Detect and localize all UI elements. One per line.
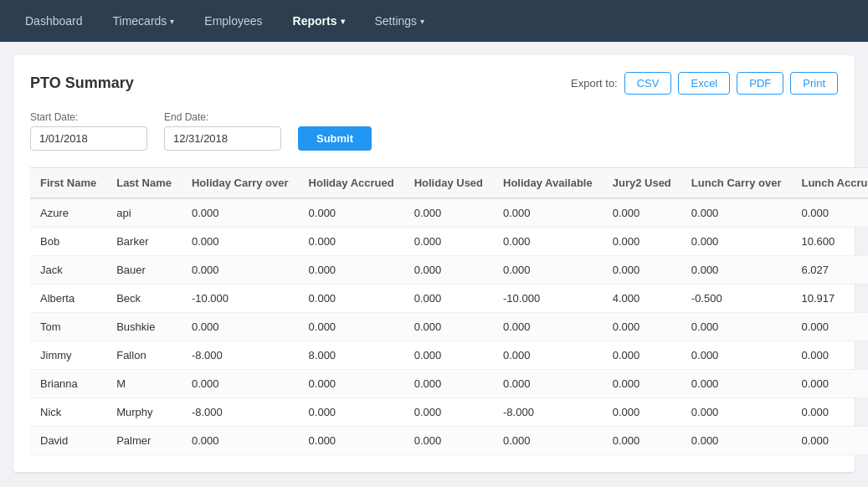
data-cell: 0.000	[603, 228, 681, 256]
data-cell: 0.000	[404, 370, 493, 398]
export-label: Export to:	[571, 77, 618, 90]
col-header-lunch-carry-over: Lunch Carry over	[681, 168, 792, 199]
data-cell: -8.000	[182, 341, 299, 370]
data-cell: 6.027	[791, 256, 868, 285]
last-name-cell[interactable]: Palmer	[106, 427, 182, 455]
page-title: PTO Summary	[30, 74, 134, 92]
nav-item-dashboard[interactable]: Dashboard	[13, 8, 95, 34]
start-date-label: Start Date:	[30, 111, 147, 123]
data-cell: 0.000	[493, 256, 603, 285]
end-date-input[interactable]	[164, 126, 281, 151]
last-name-cell[interactable]: M	[106, 370, 182, 398]
navbar: DashboardTimecards▾EmployeesReports▾Sett…	[0, 0, 868, 42]
data-cell: 0.000	[791, 398, 868, 427]
data-cell: 0.000	[681, 198, 792, 228]
table-row: BobBarker0.0000.0000.0000.0000.0000.0001…	[30, 228, 868, 256]
last-name-cell[interactable]: Bauer	[106, 256, 182, 285]
nav-item-reports[interactable]: Reports▾	[281, 8, 357, 34]
data-cell: 0.000	[603, 370, 681, 398]
data-cell: 0.000	[299, 228, 404, 256]
col-header-holiday-carry-over: Holiday Carry over	[182, 168, 299, 199]
data-cell: 0.000	[603, 398, 681, 427]
data-cell: 0.000	[299, 285, 404, 313]
col-header-last-name: Last Name	[106, 168, 182, 199]
nav-item-settings[interactable]: Settings▾	[363, 8, 437, 34]
data-cell: 0.000	[493, 198, 603, 228]
data-cell: 0.000	[493, 228, 603, 256]
last-name-cell[interactable]: api	[106, 198, 182, 228]
data-cell: 0.000	[681, 228, 792, 256]
export-print-button[interactable]: Print	[790, 72, 838, 95]
data-cell: 0.000	[299, 256, 404, 285]
table-row: TomBushkie0.0000.0000.0000.0000.0000.000…	[30, 313, 868, 341]
data-cell: 0.000	[681, 341, 792, 370]
data-cell: -0.500	[681, 285, 792, 313]
table-row: BriannaM0.0000.0000.0000.0000.0000.0000.…	[30, 370, 868, 398]
first-name-cell[interactable]: Tom	[30, 313, 106, 341]
nav-item-employees[interactable]: Employees	[193, 8, 274, 34]
data-cell: 0.000	[182, 370, 299, 398]
table-body: Azureapi0.0000.0000.0000.0000.0000.0000.…	[30, 198, 868, 455]
data-cell: 0.000	[299, 370, 404, 398]
export-row: Export to: CSVExcelPDFPrint	[571, 72, 838, 95]
data-cell: 0.000	[681, 427, 792, 455]
data-cell: 0.000	[493, 341, 603, 370]
export-pdf-button[interactable]: PDF	[737, 72, 783, 95]
table-row: DavidPalmer0.0000.0000.0000.0000.0000.00…	[30, 427, 868, 455]
col-header-holiday-accrued: Holiday Accrued	[299, 168, 404, 199]
data-cell: -8.000	[493, 398, 603, 427]
end-date-field: End Date:	[164, 111, 281, 151]
table-row: Azureapi0.0000.0000.0000.0000.0000.0000.…	[30, 198, 868, 228]
data-cell: 0.000	[603, 341, 681, 370]
last-name-cell[interactable]: Barker	[106, 228, 182, 256]
data-cell: 0.000	[681, 256, 792, 285]
data-cell: -10.000	[182, 285, 299, 313]
table-row: JackBauer0.0000.0000.0000.0000.0000.0006…	[30, 256, 868, 285]
start-date-input[interactable]	[30, 126, 147, 151]
submit-button[interactable]: Submit	[298, 126, 372, 151]
data-cell: 0.000	[681, 398, 792, 427]
table-row: AlbertaBeck-10.0000.0000.000-10.0004.000…	[30, 285, 868, 313]
last-name-cell[interactable]: Beck	[106, 285, 182, 313]
data-cell: 0.000	[791, 198, 868, 228]
data-cell: 0.000	[404, 341, 493, 370]
data-cell: 0.000	[182, 228, 299, 256]
first-name-cell[interactable]: Alberta	[30, 285, 106, 313]
first-name-cell[interactable]: Bob	[30, 228, 106, 256]
last-name-cell[interactable]: Bushkie	[106, 313, 182, 341]
data-cell: 0.000	[404, 427, 493, 455]
data-cell: 0.000	[681, 370, 792, 398]
data-cell: 0.000	[404, 256, 493, 285]
data-cell: -8.000	[182, 398, 299, 427]
col-header-jury2-used: Jury2 Used	[603, 168, 681, 199]
pto-table: First NameLast NameHoliday Carry overHol…	[30, 167, 868, 455]
export-excel-button[interactable]: Excel	[678, 72, 730, 95]
nav-item-timecards[interactable]: Timecards▾	[101, 8, 187, 34]
data-cell: 0.000	[182, 198, 299, 228]
col-header-lunch-accrued: Lunch Accrued	[791, 168, 868, 199]
data-cell: 10.600	[791, 228, 868, 256]
first-name-cell[interactable]: Jimmy	[30, 341, 106, 370]
last-name-cell[interactable]: Murphy	[106, 398, 182, 427]
table-header-row: First NameLast NameHoliday Carry overHol…	[30, 168, 868, 199]
main-content: PTO Summary Export to: CSVExcelPDFPrint …	[13, 55, 855, 472]
first-name-cell[interactable]: Nick	[30, 398, 106, 427]
data-cell: 0.000	[681, 313, 792, 341]
first-name-cell[interactable]: David	[30, 427, 106, 455]
start-date-field: Start Date:	[30, 111, 147, 151]
data-cell: 0.000	[404, 228, 493, 256]
first-name-cell[interactable]: Azure	[30, 198, 106, 228]
col-header-first-name: First Name	[30, 168, 106, 199]
last-name-cell[interactable]: Fallon	[106, 341, 182, 370]
data-cell: 0.000	[603, 313, 681, 341]
data-cell: 0.000	[791, 313, 868, 341]
col-header-holiday-available: Holiday Available	[493, 168, 603, 199]
export-csv-button[interactable]: CSV	[624, 72, 672, 95]
first-name-cell[interactable]: Brianna	[30, 370, 106, 398]
table-row: NickMurphy-8.0000.0000.000-8.0000.0000.0…	[30, 398, 868, 427]
first-name-cell[interactable]: Jack	[30, 256, 106, 285]
data-cell: -10.000	[493, 285, 603, 313]
table-header: First NameLast NameHoliday Carry overHol…	[30, 168, 868, 199]
data-cell: 0.000	[299, 198, 404, 228]
data-cell: 0.000	[182, 313, 299, 341]
